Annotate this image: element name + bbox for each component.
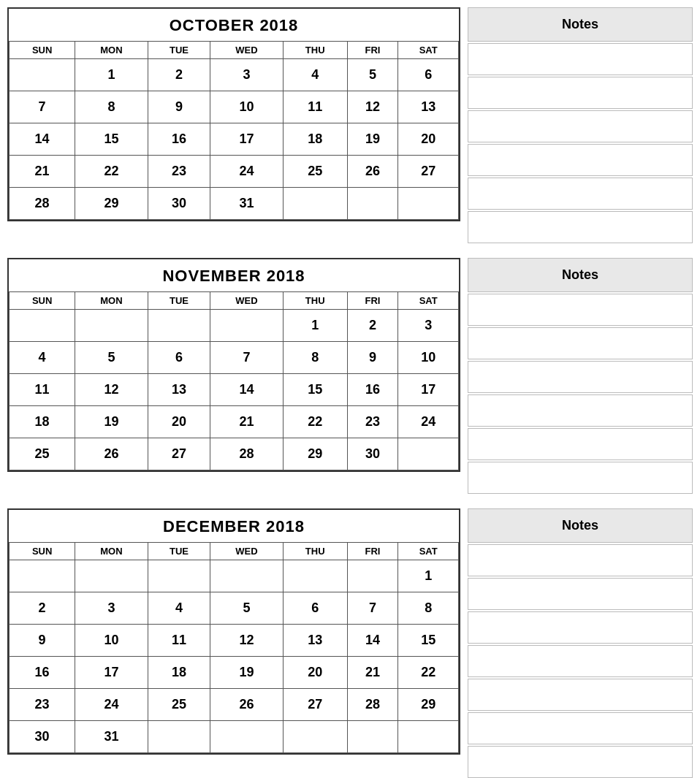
- day-cell: 19: [210, 657, 283, 689]
- day-cell: [9, 560, 75, 592]
- day-cell: 3: [210, 59, 283, 91]
- day-cell: 21: [347, 657, 398, 689]
- day-cell: 15: [75, 123, 148, 156]
- day-cell: [9, 310, 75, 342]
- day-header: WED: [210, 543, 283, 560]
- day-cell: 26: [347, 156, 398, 188]
- notes-line[interactable]: [468, 611, 693, 644]
- day-cell: 1: [398, 560, 459, 592]
- notes-line[interactable]: [468, 294, 693, 326]
- day-header: TUE: [148, 42, 210, 59]
- day-cell: 24: [398, 406, 459, 438]
- notes-lines-0: [468, 43, 693, 245]
- day-cell: 27: [148, 438, 210, 470]
- page-wrapper: OCTOBER 2018SUNMONTUEWEDTHUFRISAT1234567…: [7, 7, 693, 778]
- notes-line[interactable]: [468, 144, 693, 176]
- day-cell: 22: [75, 156, 148, 188]
- day-cell: 21: [210, 406, 283, 438]
- day-cell: 22: [283, 406, 347, 438]
- day-cell: 2: [9, 592, 75, 625]
- notes-line[interactable]: [468, 43, 693, 75]
- day-cell: 6: [398, 59, 459, 91]
- day-cell: 23: [347, 406, 398, 438]
- day-cell: 5: [347, 59, 398, 91]
- table-row: 9101112131415: [9, 625, 459, 657]
- table-row: 23242526272829: [9, 689, 459, 721]
- notes-line[interactable]: [468, 462, 693, 494]
- day-cell: 5: [210, 592, 283, 625]
- notes-line[interactable]: [468, 327, 693, 359]
- day-cell: 7: [347, 592, 398, 625]
- calendar-title-1: NOVEMBER 2018: [9, 259, 459, 291]
- calendar-title-2: DECEMBER 2018: [9, 510, 459, 542]
- table-row: 123: [9, 310, 459, 342]
- day-cell: 23: [9, 689, 75, 721]
- day-cell: 10: [210, 91, 283, 123]
- notes-line[interactable]: [468, 578, 693, 610]
- day-header: TUE: [148, 292, 210, 310]
- day-cell: 20: [148, 406, 210, 438]
- day-cell: [347, 721, 398, 753]
- day-header: SUN: [9, 292, 75, 310]
- month-row-0: OCTOBER 2018SUNMONTUEWEDTHUFRISAT1234567…: [7, 7, 693, 245]
- day-cell: 15: [398, 625, 459, 657]
- table-row: 78910111213: [9, 91, 459, 123]
- day-cell: 20: [283, 657, 347, 689]
- day-cell: 4: [148, 592, 210, 625]
- notes-line[interactable]: [468, 428, 693, 460]
- table-row: 21222324252627: [9, 156, 459, 188]
- day-cell: 29: [283, 438, 347, 470]
- notes-line[interactable]: [468, 110, 693, 142]
- day-header: FRI: [347, 543, 398, 560]
- day-header: SAT: [398, 292, 459, 310]
- day-cell: 7: [9, 91, 75, 123]
- notes-line[interactable]: [468, 645, 693, 677]
- notes-header-2: Notes: [468, 508, 693, 543]
- day-cell: 12: [347, 91, 398, 123]
- notes-header-1: Notes: [468, 258, 693, 292]
- notes-line[interactable]: [468, 544, 693, 576]
- notes-line[interactable]: [468, 679, 693, 711]
- notes-line[interactable]: [468, 712, 693, 744]
- table-row: 3031: [9, 721, 459, 753]
- day-cell: [75, 310, 148, 342]
- day-cell: 14: [347, 625, 398, 657]
- day-cell: [210, 560, 283, 592]
- day-cell: 10: [398, 342, 459, 374]
- day-cell: 11: [9, 374, 75, 406]
- day-cell: 2: [347, 310, 398, 342]
- notes-line[interactable]: [468, 178, 693, 210]
- day-cell: [398, 188, 459, 220]
- day-cell: 3: [398, 310, 459, 342]
- day-cell: [210, 310, 283, 342]
- day-header: SAT: [398, 42, 459, 59]
- day-cell: 30: [148, 188, 210, 220]
- notes-line[interactable]: [468, 361, 693, 393]
- day-header: SUN: [9, 543, 75, 560]
- day-cell: [283, 188, 347, 220]
- day-cell: 14: [9, 123, 75, 156]
- calendar-title-0: OCTOBER 2018: [9, 9, 459, 41]
- notes-line[interactable]: [468, 394, 693, 427]
- day-cell: [398, 721, 459, 753]
- day-header: THU: [283, 42, 347, 59]
- day-cell: [148, 560, 210, 592]
- day-cell: 16: [9, 657, 75, 689]
- notes-line[interactable]: [468, 77, 693, 109]
- day-cell: 11: [283, 91, 347, 123]
- day-cell: 13: [283, 625, 347, 657]
- table-row: 28293031: [9, 188, 459, 220]
- day-cell: 20: [398, 123, 459, 156]
- notes-line[interactable]: [468, 211, 693, 243]
- day-cell: 10: [75, 625, 148, 657]
- day-header: WED: [210, 292, 283, 310]
- table-row: 45678910: [9, 342, 459, 374]
- day-cell: 8: [283, 342, 347, 374]
- day-cell: 28: [347, 689, 398, 721]
- day-cell: [148, 310, 210, 342]
- day-cell: 27: [398, 156, 459, 188]
- day-cell: 30: [9, 721, 75, 753]
- day-header: SUN: [9, 42, 75, 59]
- notes-line[interactable]: [468, 746, 693, 778]
- day-cell: 12: [75, 374, 148, 406]
